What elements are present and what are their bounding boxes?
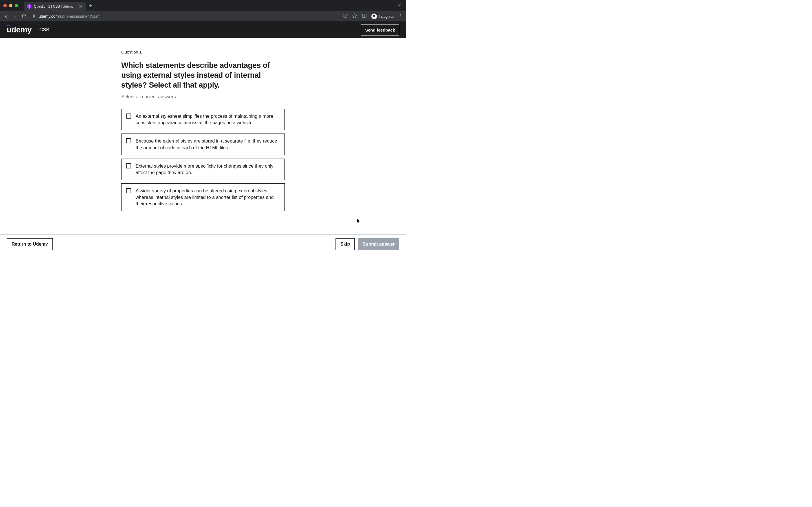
new-tab-button[interactable]: + xyxy=(89,3,92,9)
svg-point-7 xyxy=(400,15,401,16)
close-tab-icon[interactable]: ✕ xyxy=(79,4,82,9)
back-button[interactable] xyxy=(3,14,8,19)
url-text: udemy.com/skills-assessment/css/ xyxy=(39,14,99,18)
question-hint: Select all correct answers xyxy=(121,94,285,100)
svg-point-8 xyxy=(400,17,401,17)
answer-option[interactable]: External styles provide more specificity… xyxy=(121,159,285,180)
star-icon[interactable] xyxy=(352,13,357,19)
answer-text: An external stylesheet simplifies the pr… xyxy=(136,113,280,126)
lock-icon xyxy=(32,14,36,18)
maximize-window-button[interactable] xyxy=(15,4,18,7)
svg-point-4 xyxy=(373,16,374,17)
svg-point-5 xyxy=(374,16,375,17)
checkbox-icon[interactable] xyxy=(126,114,131,119)
chevron-down-icon[interactable] xyxy=(398,3,402,8)
svg-rect-2 xyxy=(362,14,366,17)
send-feedback-button[interactable]: Send feedback xyxy=(361,24,399,36)
question-text: Which statements describe advantages of … xyxy=(121,61,285,90)
svg-point-6 xyxy=(400,14,401,15)
skip-button[interactable]: Skip xyxy=(336,238,355,250)
submit-answer-button[interactable]: Submit answer xyxy=(358,238,399,250)
panel-icon[interactable] xyxy=(362,13,367,19)
checkbox-icon[interactable] xyxy=(126,138,131,144)
answer-option[interactable]: Because the external styles are stored i… xyxy=(121,133,285,155)
course-title: CSS xyxy=(40,27,49,33)
answer-text: A wider variety of properties can be alt… xyxy=(136,187,280,207)
tab-favicon-icon: û xyxy=(27,4,32,9)
address-bar: udemy.com/skills-assessment/css/ Incogni… xyxy=(0,11,406,21)
tab-title: Question 1 | CSS | Udemy xyxy=(34,4,77,8)
answer-option[interactable]: An external stylesheet simplifies the pr… xyxy=(121,109,285,130)
forward-button[interactable] xyxy=(12,14,17,19)
app-header: udemy CSS Send feedback xyxy=(0,21,406,38)
checkbox-icon[interactable] xyxy=(126,163,131,168)
question-container: Question 1 Which statements describe adv… xyxy=(121,50,285,211)
svg-marker-1 xyxy=(353,14,357,18)
url-input[interactable]: udemy.com/skills-assessment/css/ xyxy=(31,14,339,18)
udemy-logo[interactable]: udemy xyxy=(7,25,32,34)
eye-off-icon[interactable] xyxy=(343,13,348,19)
incognito-badge[interactable]: Incognito xyxy=(371,13,394,19)
reload-button[interactable] xyxy=(21,14,27,18)
return-button[interactable]: Return to Udemy xyxy=(7,238,53,250)
browser-tab[interactable]: û Question 1 | CSS | Udemy ✕ xyxy=(24,2,86,11)
answer-text: Because the external styles are stored i… xyxy=(136,138,280,151)
question-number: Question 1 xyxy=(121,50,285,54)
answer-text: External styles provide more specificity… xyxy=(136,163,280,176)
browser-action-icons: Incognito xyxy=(343,13,403,19)
minimize-window-button[interactable] xyxy=(9,4,12,7)
close-window-button[interactable] xyxy=(3,4,7,7)
incognito-label: Incognito xyxy=(378,14,394,18)
footer-right: Skip Submit answer xyxy=(336,238,399,250)
header-left: udemy CSS xyxy=(7,25,49,34)
checkbox-icon[interactable] xyxy=(126,188,131,193)
answer-option[interactable]: A wider variety of properties can be alt… xyxy=(121,183,285,211)
kebab-menu-icon[interactable] xyxy=(398,13,403,19)
browser-chrome: û Question 1 | CSS | Udemy ✕ + udemy.com… xyxy=(0,0,406,21)
main-content: Question 1 Which statements describe adv… xyxy=(0,38,406,234)
tab-bar: û Question 1 | CSS | Udemy ✕ + xyxy=(0,0,406,11)
footer-bar: Return to Udemy Skip Submit answer xyxy=(0,234,406,253)
window-controls xyxy=(3,4,18,7)
incognito-icon xyxy=(371,13,377,19)
